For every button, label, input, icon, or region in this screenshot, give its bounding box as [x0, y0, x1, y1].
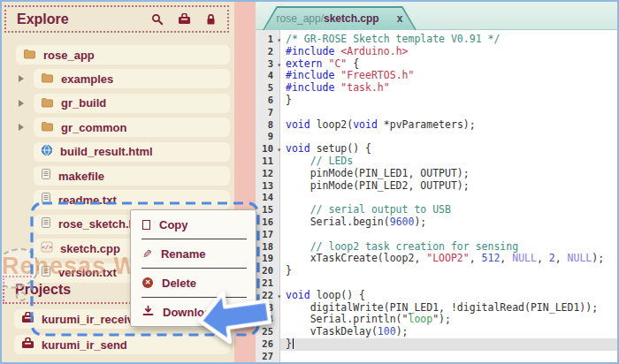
code-token: #include [286, 69, 334, 81]
menu-item-label: Delete [162, 277, 196, 290]
download-pointer-arrow-icon [193, 281, 277, 351]
tree-item-label: build_result.html [60, 145, 153, 158]
code-token: NULL [512, 252, 537, 264]
code-area: 1▾23▾45678910▾111213141516171819202122▾2… [256, 30, 617, 362]
code-token: 2 [549, 252, 555, 264]
line-number: 11 [256, 155, 279, 168]
code-token: , [537, 252, 549, 264]
expander-icon[interactable] [19, 75, 24, 82]
code-line: } [280, 95, 617, 107]
code-line: Serial.begin(9600); [280, 216, 617, 229]
code-pane[interactable]: /* GR-ROSE Sketch template V0.91 */#incl… [280, 30, 617, 362]
tree-item-readme.txt[interactable]: readme.txt [34, 190, 230, 209]
tree-item-label: version.txt [58, 266, 117, 279]
line-number: 27 [256, 351, 279, 363]
tree-item-label: rose_app [43, 49, 95, 62]
line-number: 6 [256, 95, 279, 107]
tree-item-label: readme.txt [58, 193, 117, 207]
search-icon[interactable] [151, 13, 164, 26]
code-token: xTaskCreate(loop2, [286, 252, 426, 264]
code-token: Serial.begin( [286, 216, 390, 228]
fold-toggle-icon[interactable]: ▾ [277, 34, 281, 47]
tree-item-gr_build[interactable]: gr_build [34, 94, 230, 113]
code-token: // loop2 task creation for sensing [286, 240, 518, 253]
code-token: , [555, 252, 568, 264]
project-item-label: kurumi_ir_receive [42, 313, 140, 326]
tab-close-icon[interactable]: x [397, 12, 403, 25]
code-token: *pvParameters); [378, 118, 476, 131]
code-token: Serial.println(" [286, 313, 408, 325]
expander-icon[interactable] [19, 100, 24, 107]
line-number: 16 [256, 216, 279, 229]
code-line [280, 351, 617, 362]
code-token: vTaskDelay( [286, 325, 378, 337]
code-line [280, 131, 617, 143]
globe-icon [41, 144, 53, 160]
folder-icon [41, 119, 54, 135]
line-number: 2 [256, 46, 279, 58]
tree-item-examples[interactable]: examples [34, 69, 230, 88]
folder-icon [41, 71, 54, 87]
editor-tabbar: rose_app/sketch.cpp x [256, 2, 617, 30]
code-line: void loop2(void *pvParameters); [280, 119, 617, 132]
menu-item-rename[interactable]: ✎Rename [131, 242, 256, 265]
tree-item-gr_common[interactable]: gr_common [34, 118, 230, 137]
line-number: 17 [256, 229, 279, 241]
text-cursor [293, 338, 294, 349]
code-token: /* GR-ROSE Sketch template V0.91 */ [286, 33, 500, 45]
fold-toggle-icon[interactable]: ▾ [277, 291, 281, 303]
code-line: #include "FreeRTOS.h" [280, 70, 617, 82]
toolbox-icon [21, 311, 34, 327]
tree-item-build_result.html[interactable]: build_result.html [34, 142, 230, 162]
code-line: } [280, 265, 617, 277]
code-token: pinMode(PIN_LED2, OUTPUT); [286, 179, 470, 192]
menu-separator [141, 239, 247, 239]
code-token: void [353, 118, 378, 131]
fold-toggle-icon[interactable]: ▾ [277, 59, 281, 72]
pencil-icon: ✎ [142, 248, 152, 260]
code-editor: rose_app/sketch.cpp x 1▾23▾45678910▾1112… [256, 2, 617, 362]
menu-item-copy[interactable]: Copy [131, 213, 256, 236]
code-token: <Arduino.h> [340, 45, 408, 57]
code-token: } [286, 264, 292, 277]
code-line: pinMode(PIN_LED1, OUTPUT); [280, 168, 617, 180]
code-token: "LOOP2" [426, 252, 469, 264]
code-token: "C" [328, 57, 347, 70]
fold-toggle-icon[interactable]: ▾ [277, 144, 281, 156]
code-token: // LEDs [286, 155, 353, 167]
lock-icon[interactable] [205, 13, 217, 26]
line-number: 8 [256, 119, 279, 132]
code-line: void loop() { [280, 290, 617, 302]
line-number: 15 [256, 204, 279, 216]
expander-icon[interactable] [19, 124, 24, 131]
doodle-bubble-icon [16, 292, 27, 301]
delete-icon: ✕ [142, 277, 153, 288]
code-line: pinMode(PIN_LED2, OUTPUT); [280, 180, 617, 193]
tree-item-label: makefile [58, 170, 104, 183]
code-token: 9600 [390, 216, 415, 228]
code-token: digitalWrite(PIN_LED1, !digitalRead(PIN_… [286, 301, 598, 314]
code-token: loop [408, 313, 432, 325]
tree-item-rose_app[interactable]: rose_app [16, 45, 230, 64]
folder-icon [23, 47, 36, 63]
menu-item-label: Rename [161, 247, 206, 261]
code-token: ); [592, 252, 604, 264]
line-number: 9 [256, 131, 279, 143]
explore-header: Explore [4, 5, 229, 33]
code-icon: </> [41, 240, 53, 256]
line-number: 7 [256, 107, 279, 119]
code-token: extern [286, 57, 323, 70]
project-item-label: kurumi_ir_send [42, 338, 127, 352]
tree-item-makefile[interactable]: makefile [34, 166, 230, 186]
tab-sketch-cpp[interactable]: rose_app/sketch.cpp x [263, 6, 416, 30]
code-token: loop2( [310, 118, 353, 131]
svg-text:</>: </> [42, 244, 52, 251]
code-line: extern "C" { [280, 58, 617, 71]
code-token: ); [414, 216, 426, 228]
toolbox-icon[interactable] [178, 13, 191, 25]
explore-toolbar [151, 13, 217, 26]
code-token: #include [286, 45, 334, 57]
line-number: 13 [256, 180, 279, 193]
project-item-kurumi_ir_send[interactable]: kurumi_ir_send [14, 335, 230, 354]
code-token: // serial output to USB [286, 203, 451, 216]
